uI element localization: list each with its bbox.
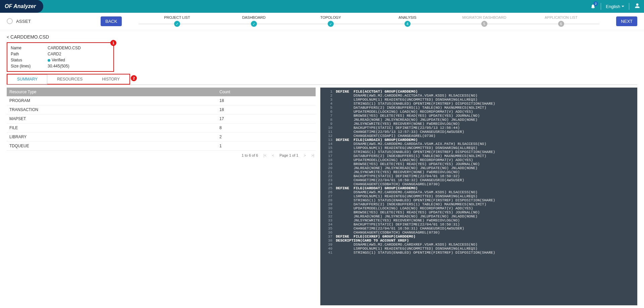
table-row[interactable]: TDQUEUE1 [7,141,316,150]
td-count: 1 [217,141,316,150]
code-line: 17 DATABUFFERS(2) INDEXBUFFERS(1) TABLE(… [323,154,635,158]
line-number: 18 [323,158,332,162]
code-text: UPDATEMODEL(LOCKING) LOAD(NO) RECORDFORM… [336,110,473,114]
code-text: JNLSYNCWRITE(YES) RECOVERY(NONE) FWDRECO… [336,218,460,222]
code-line: 16 STRINGS(1) STATUS(ENABLED) OPENTIME(F… [323,150,635,154]
step-analysis[interactable]: ANALYSIS4 [369,15,446,27]
step-dashboard[interactable]: DASHBOARD [215,15,292,27]
next-button[interactable]: NEXT [616,16,637,26]
code-line: 37DEFINE FILE(CCXREF) GROUP(CARDDEMO) [323,235,635,239]
code-text: JNLSYNCWRITE(YES) RECOVERY(NONE) FWDRECO… [336,170,460,174]
code-line: 21 JNLSYNCWRITE(YES) RECOVERY(NONE) FWDR… [323,170,635,174]
code-line: 2 DSNAME(AWS.M2.CARDDEMO.ACCTDATA.VSAM.K… [323,94,635,98]
code-text: CHANGEAGENT(CSDAPI) CHANGEAGREL(0730) [336,134,435,138]
td-resource-type: FILE [7,123,217,132]
pager-last-icon[interactable]: >| [311,153,314,157]
breadcrumb-back[interactable]: <CARDDEMO.CSD [7,34,49,40]
step-topology[interactable]: TOPOLOGY [292,15,369,27]
asset-circle-icon [7,18,13,24]
code-text: BROWSE(YES) DELETE(YES) READ(YES) UPDATE… [336,114,480,118]
td-count: 8 [217,123,316,132]
detail-value: CARD2 [48,52,61,56]
table-row[interactable]: LIBRARY2 [7,132,316,141]
code-line: 27 LSRPOOLNUM(1) READINTEG(UNCOMMITTED) … [323,194,635,198]
step-label: ANALYSIS [398,15,416,19]
tab-resources[interactable]: RESOURCES [47,74,92,84]
notification-count-badge: 2 [593,1,598,6]
line-number: 40 [323,247,332,251]
code-line: 14 DSNAME(AWS.M2.CARDDEMO.CARDDATA.VSAM.… [323,142,635,146]
code-text: CHANGETIME(22/05/13 12:57:33) CHANGEUSRI… [336,130,464,134]
line-number: 20 [323,166,332,170]
logo-analyzer: Analyzer [13,3,36,9]
table-row[interactable]: PROGRAM18 [7,96,316,105]
line-number: 15 [323,146,332,150]
line-number: 28 [323,198,332,202]
code-line: 41 STRINGS(1) STATUS(ENABLED) OPENTIME(F… [323,251,635,255]
line-number: 24 [323,182,332,186]
code-text: UPDATEMODEL(LOCKING) LOAD(NO) RECORDFORM… [336,206,473,210]
line-number: 38 [323,239,332,243]
step-label: TOPOLOGY [320,15,341,19]
pager: 1 to 6 of 6 |< < Page 1 of 1 > >| [7,151,316,160]
pager-next-icon[interactable]: > [304,153,306,157]
pager-prev-icon[interactable]: < [272,153,274,157]
line-number: 41 [323,251,332,255]
line-number: 9 [323,122,332,126]
th-resource-type: Resource Type [7,88,217,96]
detail-value: CARDDEMO.CSD [48,46,81,50]
step-circle [328,21,334,27]
language-selector[interactable]: English [606,4,624,9]
tab-row: 2 SUMMARYRESOURCESHISTORY [7,74,637,85]
pager-range: 1 to 6 of 6 [242,153,258,157]
asset-label: ASSET [16,19,31,24]
code-text: CHANGEAGENT(CSDBATCH) CHANGEAGREL(0730) [336,182,440,186]
code-line: 18 UPDATEMODEL(LOCKING) LOAD(NO) RECORDF… [323,158,635,162]
th-count: Count [217,88,316,96]
code-line: 39 DSNAME(AWS.M2.CARDDEMO.CARDXREF.VSAM.… [323,243,635,247]
code-text: DSNAME(AWS.M2.CARDDEMO.CARDXREF.VSAM.KSD… [336,243,477,247]
callout-2: 2 [131,75,137,81]
line-number: 30 [323,206,332,210]
step-application-list[interactable]: APPLICATION LIST6 [523,15,599,27]
user-icon[interactable] [634,2,641,10]
code-viewer[interactable]: 1DEFINE FILE(ACCTDAT) GROUP(CARDDEMO)2 D… [320,88,637,305]
code-text: CHANGETIME(22/04/01 16:50:32) CHANGEUSRI… [336,178,464,182]
notification-bell-icon[interactable]: 2 [590,3,596,9]
code-line: 9 JNLSYNCWRITE(YES) RECOVERY(NONE) FWDRE… [323,122,635,126]
appbar: OF Analyzer 2 English [0,0,644,13]
pager-first-icon[interactable]: |< [263,153,266,157]
step-label: MIGRATOR DASHBOARD [462,15,506,19]
line-number: 27 [323,194,332,198]
detail-key: Status [11,58,48,62]
code-text: STRINGS(1) STATUS(ENABLED) OPENTIME(FIRS… [336,150,495,154]
code-line: 23 CHANGETIME(22/04/01 16:50:32) CHANGEU… [323,178,635,182]
code-text: DSNAME(AWS.M2.CARDDEMO.ACCTDATA.VSAM.KSD… [336,94,477,98]
step-project-list[interactable]: PROJECT LIST [139,15,215,27]
code-text: STRINGS(1) STATUS(ENABLED) OPENTIME(FIRS… [336,251,495,255]
table-row[interactable]: TRANSACTION18 [7,105,316,114]
code-line: 19 BROWSE(YES) DELETE(YES) READ(YES) UPD… [323,162,635,166]
code-text: LSRPOOLNUM(1) READINTEG(UNCOMMITTED) DSN… [336,194,477,198]
resource-table-body: PROGRAM18TRANSACTION18MAPSET17FILE8LIBRA… [7,96,316,151]
line-number: 36 [323,230,332,235]
code-text: JNLSYNCWRITE(YES) RECOVERY(NONE) FWDRECO… [336,122,460,126]
tab-summary[interactable]: SUMMARY [7,74,47,84]
code-text: DSNAME(AWS.M2.CARDDEMO.CARDDATA.VSAM.AIX… [336,142,486,146]
detail-box: 1 NameCARDDEMO.CSDPathCARD2StatusVerifie… [7,42,114,72]
tab-history[interactable]: HISTORY [92,74,129,84]
code-text: BACKUPTYPE(STATIC) DEFINETIME(22/04/01 1… [336,174,460,178]
code-line: 33 JNLSYNCWRITE(YES) RECOVERY(NONE) FWDR… [323,218,635,222]
table-row[interactable]: FILE8 [7,123,316,132]
code-line: 29 DATABUFFERS(2) INDEXBUFFERS(1) TABLE(… [323,202,635,206]
code-line: 3 LSRPOOLNUM(1) READINTEG(UNCOMMITTED) D… [323,98,635,102]
detail-key: Name [11,46,48,50]
back-button[interactable]: BACK [101,16,122,26]
code-text: LSRPOOLNUM(1) READINTEG(UNCOMMITTED) DSN… [336,98,477,102]
step-migrator-dashboard[interactable]: MIGRATOR DASHBOARD5 [446,15,523,27]
line-number: 8 [323,118,332,122]
td-resource-type: MAPSET [7,114,217,123]
table-row[interactable]: MAPSET17 [7,114,316,123]
code-line: 20 JNLREAD(NONE) JNLSYNCREAD(NO) JNLUPDA… [323,166,635,170]
code-line: 10 BACKUPTYPE(STATIC) DEFINETIME(22/05/1… [323,126,635,130]
